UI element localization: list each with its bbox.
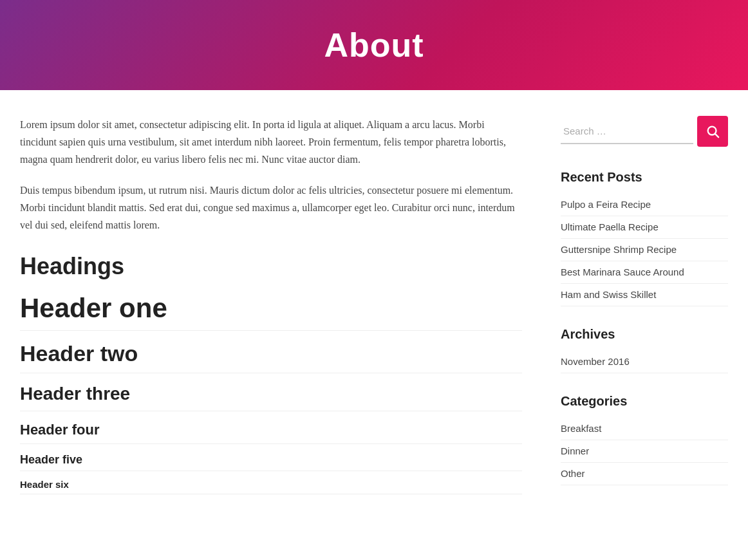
search-icon xyxy=(706,124,720,138)
recent-post-link-2[interactable]: Ultimate Paella Recipe xyxy=(561,221,659,232)
list-item: November 2016 xyxy=(561,351,728,373)
hero-header: About xyxy=(0,0,748,90)
category-link-2[interactable]: Dinner xyxy=(561,445,589,456)
categories-list: Breakfast Dinner Other xyxy=(561,418,728,485)
list-item: Other xyxy=(561,463,728,485)
list-item: Breakfast xyxy=(561,418,728,440)
paragraph-2: Duis tempus bibendum ipsum, ut rutrum ni… xyxy=(20,182,522,234)
archives-title: Archives xyxy=(561,327,728,342)
header-four: Header four xyxy=(20,422,522,444)
recent-post-link-3[interactable]: Guttersnipe Shrimp Recipe xyxy=(561,244,677,255)
header-one: Header one xyxy=(20,293,522,331)
header-six: Header six xyxy=(20,479,522,494)
headings-section-label: Headings xyxy=(20,253,522,280)
recent-posts-title: Recent Posts xyxy=(561,170,728,185)
search-input[interactable] xyxy=(561,119,693,144)
recent-posts-list: Pulpo a Feira Recipe Ultimate Paella Rec… xyxy=(561,194,728,306)
archive-link-1[interactable]: November 2016 xyxy=(561,356,630,367)
list-item: Ham and Swiss Skillet xyxy=(561,284,728,306)
header-two: Header two xyxy=(20,341,522,373)
recent-post-link-4[interactable]: Best Marinara Sauce Around xyxy=(561,266,684,277)
search-form xyxy=(561,116,728,147)
recent-post-link-1[interactable]: Pulpo a Feira Recipe xyxy=(561,199,651,210)
list-item: Dinner xyxy=(561,440,728,463)
page-title: About xyxy=(324,26,424,64)
svg-line-1 xyxy=(715,134,718,137)
archives-list: November 2016 xyxy=(561,351,728,373)
category-link-1[interactable]: Breakfast xyxy=(561,423,601,434)
list-item: Best Marinara Sauce Around xyxy=(561,261,728,284)
list-item: Ultimate Paella Recipe xyxy=(561,216,728,239)
search-widget xyxy=(561,116,728,147)
paragraph-1: Lorem ipsum dolor sit amet, consectetur … xyxy=(20,116,522,169)
content-area: Lorem ipsum dolor sit amet, consectetur … xyxy=(20,116,522,506)
sidebar: Recent Posts Pulpo a Feira Recipe Ultima… xyxy=(561,116,728,506)
header-five: Header five xyxy=(20,453,522,471)
archives-widget: Archives November 2016 xyxy=(561,327,728,373)
search-button[interactable] xyxy=(697,116,728,147)
recent-post-link-5[interactable]: Ham and Swiss Skillet xyxy=(561,289,656,300)
category-link-3[interactable]: Other xyxy=(561,468,585,479)
list-item: Pulpo a Feira Recipe xyxy=(561,194,728,216)
categories-widget: Categories Breakfast Dinner Other xyxy=(561,394,728,485)
categories-title: Categories xyxy=(561,394,728,409)
recent-posts-widget: Recent Posts Pulpo a Feira Recipe Ultima… xyxy=(561,170,728,306)
main-container: Lorem ipsum dolor sit amet, consectetur … xyxy=(7,90,741,532)
list-item: Guttersnipe Shrimp Recipe xyxy=(561,239,728,261)
header-three: Header three xyxy=(20,384,522,411)
